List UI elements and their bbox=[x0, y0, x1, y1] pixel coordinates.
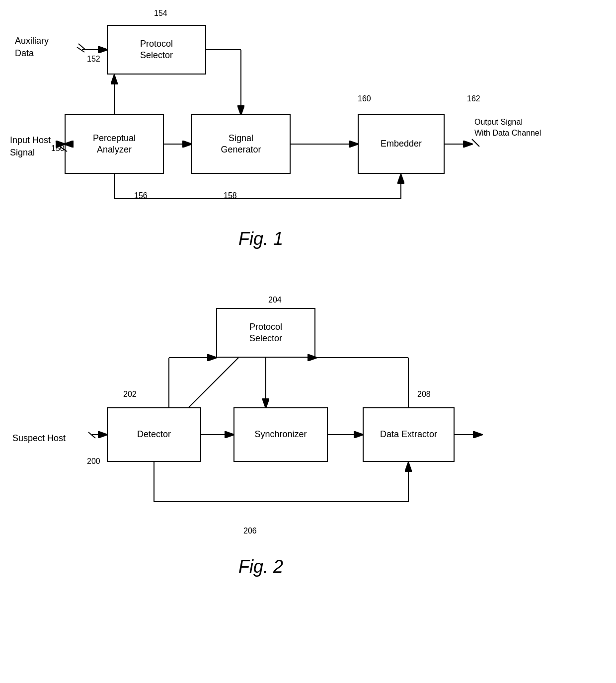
output-signal-label: Output SignalWith Data Channel bbox=[474, 117, 541, 139]
synchronizer-block: Synchronizer bbox=[233, 407, 328, 462]
ref-204: 204 bbox=[268, 296, 282, 304]
auxiliary-data-label: AuxiliaryData bbox=[15, 35, 49, 60]
ref-156: 156 bbox=[134, 191, 148, 200]
ref-200: 200 bbox=[87, 457, 100, 466]
svg-line-16 bbox=[472, 139, 479, 147]
ref-162: 162 bbox=[467, 94, 480, 103]
ref-158: 158 bbox=[224, 191, 237, 200]
ref-160: 160 bbox=[358, 94, 371, 103]
embedder-block: Embedder bbox=[358, 114, 445, 174]
fig1-label: Fig. 1 bbox=[238, 228, 283, 249]
suspect-host-label: Suspect Host bbox=[12, 432, 66, 445]
svg-line-2 bbox=[77, 47, 84, 52]
detector-block: Detector bbox=[107, 407, 201, 462]
ref-208: 208 bbox=[417, 390, 431, 399]
svg-line-34 bbox=[189, 358, 238, 407]
ref-154: 154 bbox=[154, 9, 167, 18]
protocol-selector-block-fig2: ProtocolSelector bbox=[216, 308, 315, 358]
ref-206: 206 bbox=[243, 527, 257, 535]
signal-generator-block: SignalGenerator bbox=[191, 114, 291, 174]
diagram-container: 154 152 150 156 158 160 162 AuxiliaryDat… bbox=[0, 0, 616, 683]
input-host-signal-label: Input HostSignal bbox=[10, 134, 51, 159]
ref-202: 202 bbox=[123, 390, 137, 399]
svg-line-21 bbox=[88, 432, 95, 438]
svg-line-19 bbox=[78, 44, 85, 50]
data-extractor-block: Data Extractor bbox=[363, 407, 455, 462]
fig2-label: Fig. 2 bbox=[238, 556, 283, 577]
perceptual-analyzer-block: PerceptualAnalyzer bbox=[65, 114, 164, 174]
ref-150: 150 bbox=[51, 144, 65, 153]
protocol-selector-block-fig1: ProtocolSelector bbox=[107, 25, 206, 75]
ref-152: 152 bbox=[87, 55, 100, 64]
